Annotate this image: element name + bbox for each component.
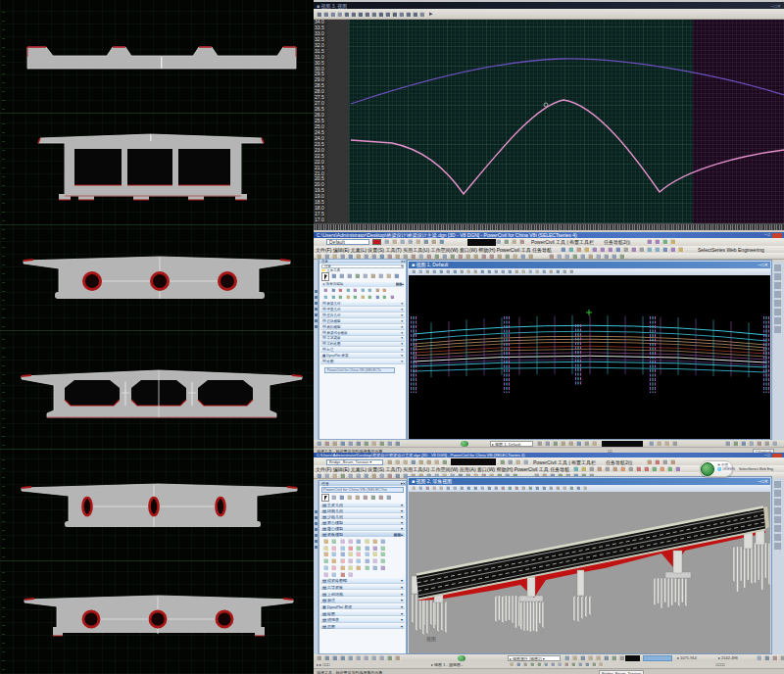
svg-text:视图: 视图 bbox=[426, 636, 436, 643]
